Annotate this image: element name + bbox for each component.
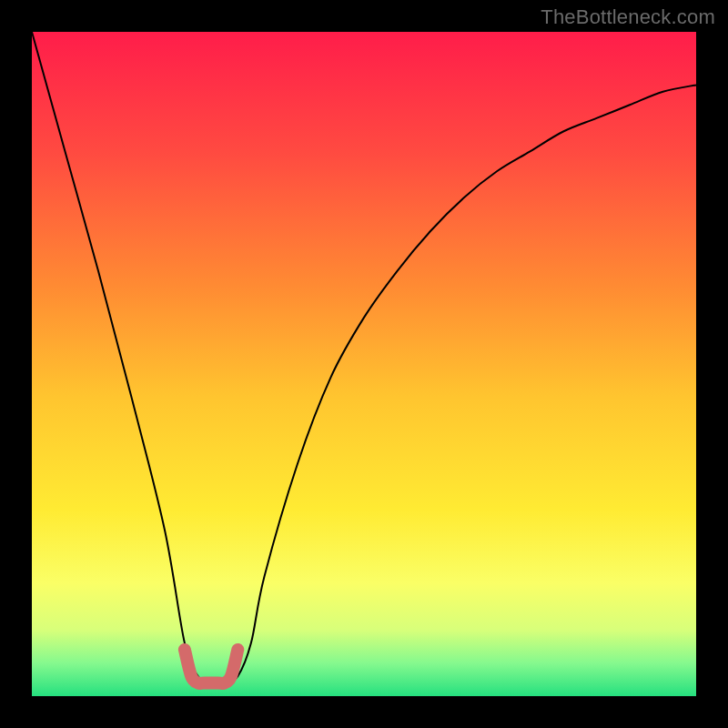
chart-canvas [0, 0, 728, 728]
plot-background [32, 32, 696, 696]
chart-frame: TheBottleneck.com [0, 0, 728, 728]
watermark-text: TheBottleneck.com [541, 5, 715, 29]
